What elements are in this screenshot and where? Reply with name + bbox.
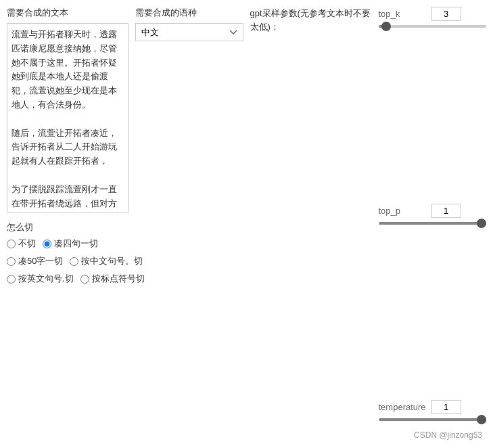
radio-four-sentences[interactable]: 凑四句一切 [43, 238, 98, 250]
cut-section-title: 怎么切 [7, 221, 128, 233]
radio-chinese-punct-input[interactable] [70, 257, 78, 266]
top-k-slider[interactable] [379, 25, 487, 28]
top-p-value-input[interactable] [431, 204, 461, 218]
cut-row-2: 凑50字一切 按中文句号。切 [7, 255, 128, 267]
cut-row-3: 按英文句号.切 按标点符号切 [7, 273, 128, 285]
radio-chinese-punct[interactable]: 按中文句号。切 [70, 255, 143, 267]
cut-row-1: 不切 凑四句一切 [7, 238, 128, 250]
temperature-value-input[interactable] [431, 400, 461, 414]
radio-english-punct-label: 按英文句号.切 [18, 273, 74, 285]
top-k-value-input[interactable] [431, 7, 461, 21]
top-k-section: top_k [379, 7, 487, 28]
top-k-header: top_k [379, 7, 487, 21]
top-p-label: top_p [379, 206, 426, 216]
cut-radio-group: 不切 凑四句一切 凑50字一切 按中文句号。切 [7, 238, 128, 285]
lang-section-title: 需要合成的语种 [135, 7, 243, 19]
gpt-title: gpt采样参数(无参考文本时不要太低)： [250, 7, 372, 33]
cut-section: 怎么切 不切 凑四句一切 凑50字一切 [7, 221, 128, 285]
text-section-title: 需要合成的文本 [7, 7, 128, 19]
radio-chinese-punct-label: 按中文句号。切 [81, 255, 143, 267]
radio-no-cut[interactable]: 不切 [7, 238, 36, 250]
top-p-section: top_p [379, 204, 487, 225]
radio-four-sentences-input[interactable] [43, 240, 51, 248]
lang-section: 需要合成的语种 中文 英文 日文 [135, 7, 243, 41]
lang-select[interactable]: 中文 英文 日文 [135, 23, 243, 41]
top-p-header: top_p [379, 204, 487, 218]
temperature-slider[interactable] [379, 418, 487, 421]
temperature-label: temperature [379, 402, 426, 412]
radio-no-cut-input[interactable] [7, 240, 16, 248]
temperature-section: temperature [379, 400, 487, 421]
watermark: CSDN @jinzong53 [414, 430, 482, 440]
radio-four-sentences-label: 凑四句一切 [54, 238, 98, 250]
radio-fifty-chars-label: 凑50字一切 [18, 255, 63, 267]
radio-english-punct-input[interactable] [7, 275, 16, 284]
text-input[interactable] [7, 23, 128, 212]
radio-no-cut-label: 不切 [18, 238, 36, 250]
radio-dot-punct-input[interactable] [80, 275, 89, 284]
temperature-header: temperature [379, 400, 487, 414]
radio-english-punct[interactable]: 按英文句号.切 [7, 273, 74, 285]
radio-fifty-chars-input[interactable] [7, 257, 16, 266]
top-p-slider[interactable] [379, 222, 487, 225]
slider-column: top_k top_p temperature [379, 7, 487, 441]
top-k-label: top_k [379, 9, 426, 19]
radio-fifty-chars[interactable]: 凑50字一切 [7, 255, 63, 267]
text-section: 需要合成的文本 [7, 7, 128, 215]
